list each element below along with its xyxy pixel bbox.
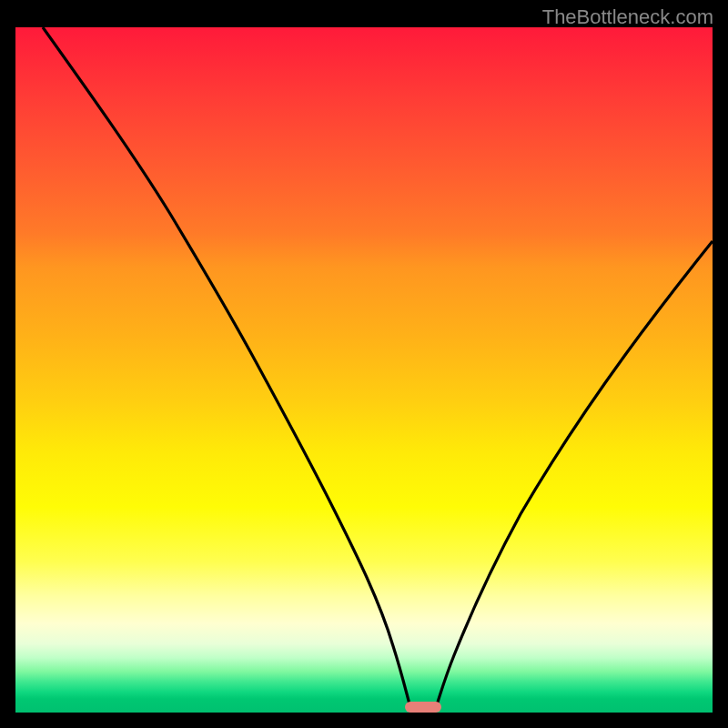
optimal-highlight-bar [405,702,441,713]
right-curve-path [436,241,713,708]
watermark-text: TheBottleneck.com [542,5,713,29]
chart-curves [15,27,713,713]
chart-plot-area [15,27,713,713]
left-curve-path [43,27,410,708]
